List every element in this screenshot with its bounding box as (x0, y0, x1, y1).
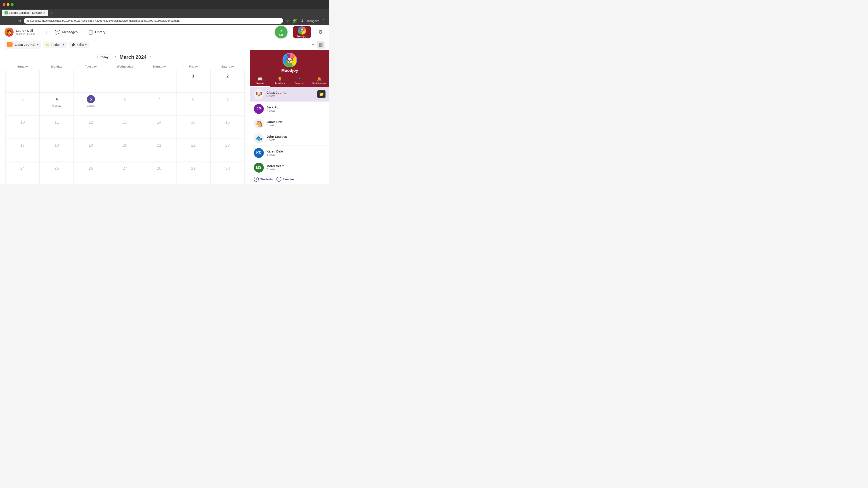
day-header-thursday: Thursday (142, 64, 176, 69)
settings-button[interactable]: ⚙ (316, 27, 324, 37)
tab-close-button[interactable]: ✕ (43, 11, 45, 14)
today-button[interactable]: Today (97, 54, 111, 60)
day-headers: Sunday Monday Tuesday Wednesday Thursday… (5, 64, 245, 69)
calendar-day-10[interactable]: 10 (5, 116, 39, 139)
calendar-day-2[interactable]: 2 (211, 70, 245, 93)
calendar-day-8[interactable]: 8 (176, 93, 211, 116)
calendar-day-empty-3[interactable] (74, 70, 108, 93)
calendar-day-14[interactable]: 14 (142, 116, 176, 139)
calendar-day-23[interactable]: 23 (211, 139, 245, 162)
add-button[interactable]: + Add (275, 26, 287, 38)
list-view-button[interactable]: ≡ (310, 41, 316, 48)
calendar-day-19[interactable]: 19 (74, 139, 108, 162)
day-number-27: 27 (121, 164, 129, 172)
avatar: 👩 (4, 28, 13, 37)
calendar-day-1[interactable]: 1 (176, 70, 211, 93)
calendar-day-11[interactable]: 11 (39, 116, 74, 139)
student-item-jack-pot[interactable]: JP Jack Pot 7 posts (250, 102, 329, 116)
main-content: Today ‹ March 2024 › Sunday Monday Tuesd… (0, 50, 329, 184)
student-item-john-louises[interactable]: 🐟 John Louises 6 posts (250, 131, 329, 146)
student-item-jamie-cris[interactable]: 🐴 Jamie Cris 1 post (250, 116, 329, 131)
folders-dropdown-arrow: ▾ (63, 43, 64, 46)
calendar-day-26[interactable]: 26 (74, 162, 108, 184)
add-section: + Students + Families (250, 174, 329, 184)
class-journal-item[interactable]: 🐶 Class Journal 9 posts 📁 (250, 87, 329, 102)
prev-month-button[interactable]: ‹ (114, 54, 117, 60)
calendar-day-6[interactable]: 6 (108, 93, 142, 116)
calendar-day-4[interactable]: 4 8 posts (39, 93, 74, 116)
moodjoy-name: Moodjoy (281, 68, 298, 73)
calendar-day-28[interactable]: 28 (142, 162, 176, 184)
activities-tab-icon: 💡 (277, 76, 282, 82)
folders-selector[interactable]: 📁 Folders ▾ (43, 41, 67, 48)
calendar-day-empty-4[interactable] (108, 70, 142, 93)
day-number-12: 12 (87, 118, 95, 126)
download-button[interactable]: ⬇ (300, 19, 305, 23)
menu-button[interactable]: ⋮ (321, 19, 327, 23)
day-number-1: 1 (189, 72, 197, 80)
tab-activities[interactable]: 💡 Activities (270, 75, 289, 87)
student-info-ms: Mordi Seem 5 posts (267, 164, 326, 171)
calendar-day-21[interactable]: 21 (142, 139, 176, 162)
tab-bar: S Journal Calendar - Seesaw ✕ + (0, 9, 329, 17)
sub-nav: 🟠 Class Journal ▾ 📁 Folders ▾ 🎓 Skills ▾… (0, 39, 329, 50)
calendar-day-29[interactable]: 29 (176, 162, 211, 184)
skills-selector[interactable]: 🎓 Skills ▾ (69, 41, 90, 48)
tab-progress[interactable]: 🎓 Progress (290, 75, 309, 87)
app-container: 👩 Lauren Deli Teacher · 1 Class | 💬 Mess… (0, 25, 329, 184)
day-number-9: 9 (223, 95, 231, 103)
add-families-link[interactable]: + Families (276, 177, 294, 182)
calendar-day-24[interactable]: 24 (5, 162, 39, 184)
tab-notifications[interactable]: 🔔 Notifications (309, 75, 329, 87)
student-list: 🐶 Class Journal 9 posts 📁 JP Jack Pot 7 … (250, 87, 329, 174)
calendar-day-18[interactable]: 18 (39, 139, 74, 162)
url-input[interactable] (24, 18, 283, 24)
class-selector[interactable]: 🟠 Class Journal ▾ (4, 41, 41, 49)
calendar-day-20[interactable]: 20 (108, 139, 142, 162)
calendar-day-empty-2[interactable] (39, 70, 74, 93)
moodjoy-badge[interactable]: 🐶 Moodjoy (293, 26, 311, 38)
day-number-24: 24 (19, 164, 27, 172)
forward-button[interactable]: → (10, 19, 16, 23)
calendar-day-17[interactable]: 17 (5, 139, 39, 162)
calendar-day-30[interactable]: 30 (211, 162, 245, 184)
class-label: Class Journal (14, 43, 35, 46)
student-name-ms: Mordi Seem (267, 164, 326, 168)
class-journal-name: Class Journal (267, 91, 315, 94)
calendar-day-27[interactable]: 27 (108, 162, 142, 184)
calendar-day-9[interactable]: 9 (211, 93, 245, 116)
library-nav-item[interactable]: 📋 Library (86, 28, 108, 36)
student-item-mordi-seem[interactable]: MS Mordi Seem 5 posts (250, 160, 329, 174)
back-button[interactable]: ← (3, 19, 8, 23)
calendar-day-3[interactable]: 3 (5, 93, 39, 116)
calendar-day-13[interactable]: 13 (108, 116, 142, 139)
calendar-day-empty-1[interactable] (5, 70, 39, 93)
calendar-view-button[interactable]: ▦ (317, 41, 324, 48)
new-tab-button[interactable]: + (49, 11, 55, 15)
calendar-day-5[interactable]: 5 1 post (74, 93, 108, 116)
bookmark-button[interactable]: ☆ (285, 19, 290, 23)
calendar-day-7[interactable]: 7 (142, 93, 176, 116)
add-students-link[interactable]: + Students (254, 177, 273, 182)
student-item-karen-dale[interactable]: KD Karen Dale 5 posts (250, 146, 329, 160)
student-posts-jc: 1 post (267, 124, 326, 127)
top-nav: 👩 Lauren Deli Teacher · 1 Class | 💬 Mess… (0, 25, 329, 39)
next-month-button[interactable]: › (149, 54, 153, 60)
calendar-day-empty-5[interactable] (142, 70, 176, 93)
student-avatar-kd: KD (254, 148, 264, 158)
calendar-day-15[interactable]: 15 (176, 116, 211, 139)
student-name-jc: Jamie Cris (267, 120, 326, 124)
calendar-day-22[interactable]: 22 (176, 139, 211, 162)
calendar-day-12[interactable]: 12 (74, 116, 108, 139)
notifications-tab-icon: 🔔 (317, 76, 322, 82)
refresh-button[interactable]: ↻ (17, 19, 22, 23)
calendar-week-4: 17 18 19 20 21 (5, 139, 245, 162)
calendar-day-16[interactable]: 16 (211, 116, 245, 139)
tab-journal[interactable]: 📖 Journal (250, 75, 270, 87)
calendar-day-25[interactable]: 25 (39, 162, 74, 184)
messages-nav-item[interactable]: 💬 Messages (53, 28, 80, 36)
extensions-button[interactable]: 🧩 (291, 19, 298, 23)
active-tab[interactable]: S Journal Calendar - Seesaw ✕ (2, 10, 48, 16)
student-avatar-jp: JP (254, 104, 264, 114)
day-number-18: 18 (53, 141, 61, 149)
